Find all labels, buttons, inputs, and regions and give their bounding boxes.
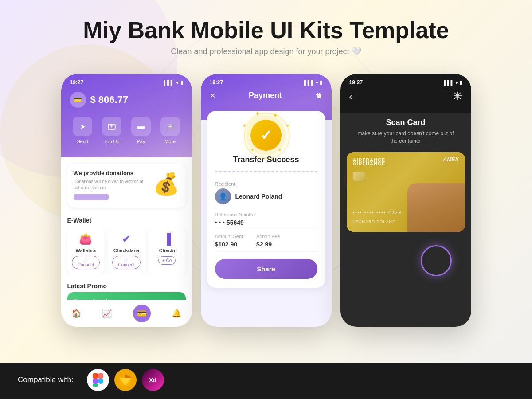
nav-wallet[interactable]: 💳 (133, 305, 151, 322)
reference-label: Reference Number (215, 212, 317, 217)
send-icon: ➤ (73, 117, 92, 136)
svg-rect-5 (93, 373, 98, 379)
bottom-nav: 🏠 📈 💳 🔔 (61, 300, 192, 327)
checkdana-icon: ✔ (112, 233, 141, 245)
recipient-label: Recipient (215, 181, 317, 187)
page-subtitle: Clean and professional app design for yo… (9, 47, 523, 56)
payment-delete-icon[interactable]: 🗑 (315, 92, 322, 100)
checkdana-connect[interactable]: + Connect (112, 256, 141, 269)
action-send[interactable]: ➤ Send (73, 117, 92, 144)
phone-scan-header: 19:27 ▌▌▌ ▾ ▮ ‹ (340, 74, 471, 113)
share-button[interactable]: Share (215, 259, 317, 279)
action-pay[interactable]: ▬ Pay (131, 117, 151, 144)
pay-label: Pay (137, 139, 145, 144)
phone-payment: 19:27 ▌▌▌ ▾ ▮ ✕ Payment 🗑 ✦ ✦ ✦ ✦ ✦ (201, 74, 332, 327)
donation-desc: Donations will be given to victims of na… (74, 179, 149, 191)
time-1: 19:27 (70, 79, 84, 86)
compatible-text: Compatible with: (18, 376, 74, 384)
time-3: 19:27 (349, 79, 363, 86)
amount-col: Amount Sent $102.90 (215, 234, 243, 248)
amount-fee-row: Amount Sent $102.90 Admin Fee $2.99 (215, 234, 317, 248)
scan-top-row: ‹ (340, 88, 471, 109)
action-buttons: ➤ Send Top Up ▬ Pay (61, 111, 192, 144)
amount-value: $102.90 (215, 241, 243, 248)
status-bar-1: 19:27 ▌▌▌ ▾ ▮ (61, 74, 192, 88)
recipient-avatar: 👤 (215, 188, 231, 204)
xd-logo: Xd (142, 369, 164, 391)
page-header: Miy Bank Mobile UI Kits Template Clean a… (0, 0, 532, 65)
payment-close-icon[interactable]: ✕ (210, 91, 215, 100)
dashed-divider (215, 171, 317, 172)
nav-chart[interactable]: 📈 (102, 309, 112, 318)
topup-label: Top Up (104, 139, 120, 144)
phone-home-header: 19:27 ▌▌▌ ▾ ▮ 💳 $ 806.77 ➤ Send (61, 74, 192, 157)
status-bar-2: 19:27 ▌▌▌ ▾ ▮ (201, 74, 332, 88)
donation-btn[interactable] (74, 194, 109, 200)
scan-back-icon[interactable]: ‹ (349, 91, 352, 103)
checki-icon: ▐ (153, 233, 181, 245)
checki-connect[interactable]: + Co (158, 256, 176, 265)
status-bar-3: 19:27 ▌▌▌ ▾ ▮ (340, 74, 471, 88)
scan-bottom-area (340, 236, 471, 285)
action-more[interactable]: ⊞ More (160, 117, 180, 144)
svg-rect-7 (93, 379, 98, 384)
wallet-cards: 👛 Walletira + Connect ✔ Checkdana + Conn… (61, 227, 192, 274)
figma-logo (87, 369, 109, 391)
sketch-logo (114, 369, 137, 391)
checki-name: Checki (153, 248, 181, 253)
more-icon: ⊞ (160, 117, 180, 136)
walletira-connect[interactable]: + Connect (72, 256, 100, 269)
walletira-icon: 👛 (72, 233, 100, 245)
card-visual: AIRFRANCE AMEX •••• •••• •••• 4829 LEONA… (347, 152, 465, 232)
fee-label: Admin Fee (256, 234, 280, 239)
hand-holding (407, 183, 465, 232)
fee-value: $2.99 (256, 241, 280, 248)
donation-title: We provide donations (74, 170, 149, 177)
card-brand: AMEX (443, 156, 459, 163)
card-airline: AIRFRANCE (353, 157, 386, 163)
wallet-checki: ▐ Checki + Co (149, 227, 186, 274)
coin-icon: 💰 (153, 172, 180, 196)
tool-logos: Xd (87, 369, 164, 391)
fee-col: Admin Fee $2.99 (256, 234, 280, 248)
walletira-name: Walletira (72, 248, 100, 253)
phone-home: 19:27 ▌▌▌ ▾ ▮ 💳 $ 806.77 ➤ Send (61, 74, 192, 327)
balance-amount: $ 806.77 (90, 94, 129, 106)
svg-point-9 (98, 379, 103, 384)
bottom-bar: Compatible with: Xd (0, 363, 532, 399)
more-label: More (164, 139, 176, 144)
check-icon: ✓ (260, 127, 272, 144)
status-icons-2: ▌▌▌ ▾ ▮ (304, 80, 323, 86)
success-card: ✦ ✦ ✦ ✦ ✦ ✦ ✓ Transfer Success Recipient… (207, 111, 325, 288)
card-scan-area: AIRFRANCE AMEX •••• •••• •••• 4829 LEONA… (347, 152, 465, 232)
card-chip (353, 172, 365, 181)
reference-value: • • • 55649 (215, 219, 317, 226)
svg-rect-8 (93, 384, 98, 387)
scan-circle[interactable] (421, 245, 452, 276)
wallet-checkdana: ✔ Checkdana + Connect (108, 227, 145, 274)
card-number: •••• •••• •••• 4829 (353, 210, 402, 215)
success-circle: ✓ (250, 120, 282, 151)
recipient-info: 👤 Leonard Poland (215, 188, 317, 204)
status-icons-3: ▌▌▌ ▾ ▮ (444, 80, 462, 86)
payment-title: Payment (249, 91, 282, 100)
time-2: 19:27 (210, 79, 223, 86)
recipient-row: Recipient 👤 Leonard Poland (215, 178, 317, 208)
scan-title: Scan Card (340, 118, 471, 127)
checkdana-name: Checkdana (112, 248, 141, 253)
promo-title-label: Latest Promo (67, 279, 186, 292)
recipient-name: Leonard Poland (235, 193, 282, 200)
phones-container: 19:27 ▌▌▌ ▾ ▮ 💳 $ 806.77 ➤ Send (0, 65, 532, 327)
wallet-walletira: 👛 Walletira + Connect (67, 227, 105, 274)
ewallet-title: E-Wallet (61, 212, 192, 227)
payment-title-row: ✕ Payment 🗑 (201, 88, 332, 106)
svg-rect-6 (98, 373, 103, 379)
scan-flash-icon[interactable] (453, 91, 462, 103)
action-topup[interactable]: Top Up (102, 117, 121, 144)
reference-row: Reference Number • • • 55649 (215, 208, 317, 230)
status-icons-1: ▌▌▌ ▾ ▮ (164, 80, 183, 86)
nav-home[interactable]: 🏠 (71, 309, 81, 318)
scan-subtitle: make sure your card doesn't come out of … (340, 127, 471, 148)
wallet-icon: 💳 (70, 92, 86, 108)
nav-bell[interactable]: 🔔 (172, 309, 181, 318)
